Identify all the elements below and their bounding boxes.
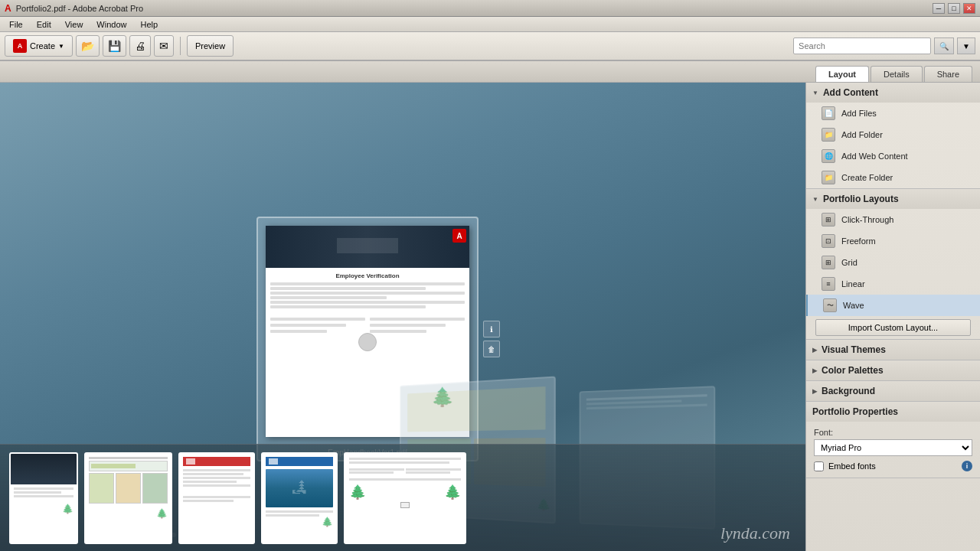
main-area: A Employee Verification [0, 83, 980, 551]
color-palettes-section: ▶ Color Palettes [806, 360, 980, 381]
portfolio-layouts-arrow: ▼ [812, 196, 818, 203]
search-options-icon: ▼ [962, 42, 970, 51]
open-button[interactable]: 📂 [76, 35, 100, 57]
titlebar-title: A Portfolio2.pdf - Adobe Acrobat Pro [5, 3, 143, 14]
doc-lines [270, 282, 465, 350]
search-button[interactable]: 🔍 [934, 37, 954, 54]
font-select[interactable]: Myriad Pro Arial Times New Roman [814, 439, 972, 456]
open-icon: 📂 [81, 40, 94, 52]
menu-file[interactable]: File [3, 18, 29, 31]
create-folder-icon: 📁 [822, 171, 835, 184]
doc-delete-button[interactable]: 🗑 [483, 341, 500, 357]
portfolio-layouts-section: ▼ Portfolio Layouts ⊞ Click-Through ⊡ Fr… [806, 189, 980, 340]
doc-title: Employee Verification [270, 272, 465, 279]
email-icon: ✉ [159, 40, 168, 52]
wave-icon: 〜 [823, 298, 837, 312]
import-custom-layout-button[interactable]: Import Custom Layout... [815, 319, 971, 336]
add-files-item[interactable]: 📄 Add Files [806, 103, 980, 124]
add-web-icon: 🌐 [822, 149, 835, 163]
color-palettes-arrow: ▶ [812, 367, 817, 374]
click-through-icon: ⊞ [822, 213, 835, 227]
embed-fonts-option: Embed fonts i [814, 461, 972, 471]
menu-window[interactable]: Window [90, 18, 132, 31]
layout-wave[interactable]: 〜 Wave [806, 295, 980, 316]
add-folder-icon: 📁 [822, 128, 835, 142]
portfolio-properties-section: Portfolio Properties Font: Myriad Pro Ar… [806, 402, 980, 478]
create-icon: A [13, 39, 27, 53]
create-folder-item[interactable]: 📁 Create Folder [806, 167, 980, 188]
freeform-icon: ⊡ [822, 234, 835, 248]
search-options-button[interactable]: ▼ [957, 37, 975, 54]
add-folder-item[interactable]: 📁 Add Folder [806, 124, 980, 145]
email-button[interactable]: ✉ [154, 35, 174, 57]
embed-fonts-info-icon[interactable]: i [962, 461, 972, 471]
menu-help[interactable]: Help [134, 18, 164, 31]
linear-icon: ≡ [822, 277, 835, 291]
layout-linear[interactable]: ≡ Linear [806, 273, 980, 295]
thumbnail-4[interactable]: 🏞 🌲 [261, 452, 338, 544]
minimize-button[interactable]: ─ [933, 3, 945, 14]
grid-icon: ⊞ [822, 256, 835, 269]
color-palettes-header[interactable]: ▶ Color Palettes [806, 360, 980, 380]
thumbnail-3[interactable] [178, 452, 255, 544]
thumbnail-strip: 🌲 � [0, 444, 805, 551]
background-section: ▶ Background [806, 381, 980, 402]
close-button[interactable]: ✕ [963, 3, 975, 14]
doc-info-button[interactable]: ℹ [483, 321, 500, 337]
thumbnail-1[interactable]: 🌲 [9, 452, 78, 544]
doc-side-buttons: ℹ 🗑 [483, 321, 500, 357]
add-web-content-item[interactable]: 🌐 Add Web Content [806, 145, 980, 167]
portfolio-props-content: Font: Myriad Pro Arial Times New Roman E… [806, 422, 980, 478]
maximize-button[interactable]: □ [948, 3, 960, 14]
canvas: A Employee Verification [0, 83, 805, 551]
create-dropdown-arrow: ▼ [58, 43, 64, 50]
tab-details[interactable]: Details [871, 66, 923, 82]
right-panel: ▼ Add Content 📄 Add Files 📁 Add Folder 🌐… [805, 83, 980, 551]
add-content-header[interactable]: ▼ Add Content [806, 83, 980, 103]
portfolio-properties-header: Portfolio Properties [806, 402, 980, 422]
save-icon: 💾 [108, 40, 121, 52]
toolbar: A Create ▼ 📂 💾 🖨 ✉ Preview 🔍 ▼ [0, 32, 980, 61]
layout-grid[interactable]: ⊞ Grid [806, 252, 980, 273]
add-files-icon: 📄 [822, 106, 835, 120]
background-header[interactable]: ▶ Background [806, 381, 980, 401]
visual-themes-section: ▶ Visual Themes [806, 340, 980, 360]
add-content-section: ▼ Add Content 📄 Add Files 📁 Add Folder 🌐… [806, 83, 980, 189]
create-button[interactable]: A Create ▼ [5, 35, 73, 57]
doc-body: Employee Verification [266, 268, 469, 354]
titlebar: A Portfolio2.pdf - Adobe Acrobat Pro ─ □… [0, 0, 980, 17]
add-content-arrow: ▼ [812, 90, 818, 96]
font-label: Font: [814, 428, 972, 437]
tab-share[interactable]: Share [924, 66, 972, 82]
search-icon: 🔍 [939, 42, 949, 51]
menu-edit[interactable]: Edit [31, 18, 57, 31]
portfolio-layouts-header[interactable]: ▼ Portfolio Layouts [806, 189, 980, 209]
thumbnail-2[interactable]: 🌲 [84, 452, 172, 544]
print-button[interactable]: 🖨 [129, 35, 151, 57]
embed-fonts-checkbox[interactable] [814, 461, 824, 471]
titlebar-controls: ─ □ ✕ [933, 3, 975, 14]
save-button[interactable]: 💾 [103, 35, 126, 57]
acrobat-logo: A [452, 229, 466, 243]
preview-button[interactable]: Preview [187, 35, 234, 57]
embed-fonts-label: Embed fonts [828, 461, 876, 471]
layout-freeform[interactable]: ⊡ Freeform [806, 230, 980, 252]
toolbar-separator [180, 37, 181, 55]
tab-layout[interactable]: Layout [815, 66, 869, 82]
menubar: File Edit View Window Help [0, 17, 980, 32]
app-icon: A [5, 3, 11, 14]
layout-click-through[interactable]: ⊞ Click-Through [806, 209, 980, 230]
visual-themes-arrow: ▶ [812, 347, 817, 354]
print-icon: 🖨 [135, 40, 145, 52]
visual-themes-header[interactable]: ▶ Visual Themes [806, 340, 980, 360]
background-arrow: ▶ [812, 388, 817, 395]
thumbnail-5[interactable]: 🌲 🌲 [344, 452, 466, 544]
menu-view[interactable]: View [59, 18, 90, 31]
search-input[interactable] [793, 37, 931, 54]
doc-header-image: A [266, 226, 469, 268]
tabbar: Layout Details Share [0, 61, 980, 83]
